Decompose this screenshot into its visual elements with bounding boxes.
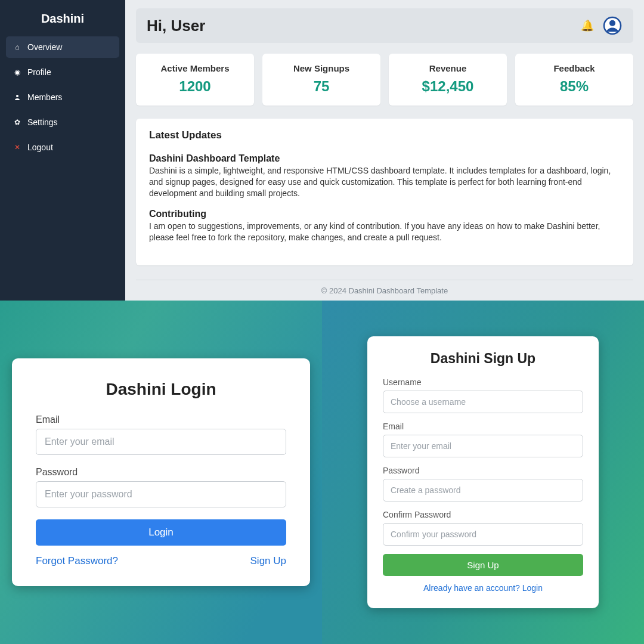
login-button[interactable]: Login [36,519,286,546]
user-circle-icon: ◉ [13,68,21,76]
login-link[interactable]: Already have an account? Login [383,583,583,593]
topbar-actions: 🔔 [581,16,623,36]
sidebar-item-profile[interactable]: ◉ Profile [6,61,119,83]
stat-cards: Active Members 1200 New Signups 75 Reven… [136,54,633,106]
update-heading: Contributing [149,209,620,219]
updates-panel: Latest Updates Dashini Dashboard Templat… [136,119,633,265]
svg-point-3 [609,20,615,26]
sidebar-item-label: Profile [27,67,51,77]
login-card: Dashini Login Email Password Login Forgo… [12,358,310,586]
update-heading: Dashini Dashboard Template [149,153,620,164]
sidebar-item-logout[interactable]: ✕ Logout [6,137,119,158]
confirm-password-field[interactable] [383,523,583,546]
home-icon: ⌂ [13,43,21,51]
updates-title: Latest Updates [149,129,620,141]
sidebar-item-members[interactable]: Members [6,86,119,108]
card-title: Revenue [395,63,501,73]
dashboard-section: Dashini ⌂ Overview ◉ Profile Members ✿ S… [0,0,644,301]
signup-card: Dashini Sign Up Username Email Password … [367,336,599,608]
avatar-icon[interactable] [602,16,623,36]
email-label: Email [36,414,286,425]
username-field[interactable] [383,391,583,413]
forgot-password-link[interactable]: Forgot Password? [36,555,118,567]
sidebar-item-overview[interactable]: ⌂ Overview [6,36,119,58]
password-label: Password [383,466,583,475]
auth-section: Dashini Login Email Password Login Forgo… [0,301,644,644]
update-body: Dashini is a simple, lightweight, and re… [149,165,620,199]
sidebar-item-label: Overview [27,42,62,52]
signup-panel: Dashini Sign Up Username Email Password … [322,301,644,644]
confirm-password-label: Confirm Password [383,510,583,519]
password-label: Password [36,467,286,478]
signup-title: Dashini Sign Up [383,351,583,367]
email-label: Email [383,422,583,431]
card-revenue: Revenue $12,450 [389,54,507,106]
greeting: Hi, User [147,17,205,35]
card-feedback: Feedback 85% [515,54,633,106]
gear-icon: ✿ [13,118,21,126]
sidebar-item-label: Settings [27,117,58,127]
footer: © 2024 Dashini Dashboard Template [136,280,633,301]
sidebar-item-label: Members [27,92,62,102]
email-field[interactable] [383,435,583,457]
close-icon: ✕ [13,143,21,151]
card-value: $12,450 [395,78,501,95]
svg-point-0 [16,95,18,97]
password-field[interactable] [383,479,583,501]
signup-link[interactable]: Sign Up [250,555,286,567]
card-new-signups: New Signups 75 [262,54,380,106]
card-active-members: Active Members 1200 [136,54,254,106]
card-title: Feedback [521,63,627,73]
brand-title: Dashini [6,7,119,36]
login-links: Forgot Password? Sign Up [36,555,286,567]
card-value: 1200 [142,78,248,95]
login-panel: Dashini Login Email Password Login Forgo… [0,301,322,644]
card-title: Active Members [142,63,248,73]
card-title: New Signups [268,63,374,73]
card-value: 85% [521,78,627,95]
signup-button[interactable]: Sign Up [383,554,583,576]
topbar: Hi, User 🔔 [136,8,633,43]
sidebar: Dashini ⌂ Overview ◉ Profile Members ✿ S… [0,0,125,301]
card-value: 75 [268,78,374,95]
sidebar-item-label: Logout [27,143,53,152]
update-body: I am open to suggestions, improvements, … [149,221,620,243]
user-icon [13,94,21,101]
username-label: Username [383,377,583,387]
password-field[interactable] [36,481,286,507]
email-field[interactable] [36,429,286,455]
main-content: Hi, User 🔔 Active Members 1200 New Signu… [125,0,644,301]
sidebar-item-settings[interactable]: ✿ Settings [6,112,119,133]
login-title: Dashini Login [36,380,286,399]
notification-bell-icon[interactable]: 🔔 [581,19,594,32]
